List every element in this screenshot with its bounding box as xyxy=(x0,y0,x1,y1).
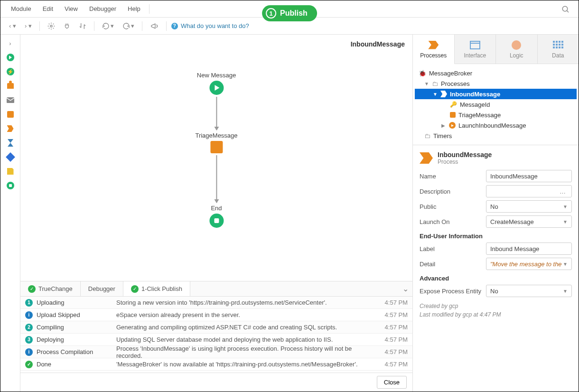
settings-icon[interactable] xyxy=(45,20,58,32)
tree-launch-inbound[interactable]: ▶▸LaunchInboundMessage xyxy=(415,120,577,131)
launch-icon: ▸ xyxy=(449,122,456,129)
log-time: 4:57 PM xyxy=(379,348,408,355)
tree-timers-folder[interactable]: 🗀Timers xyxy=(415,131,577,141)
menu-help[interactable]: Help xyxy=(123,2,145,15)
menu-view[interactable]: View xyxy=(60,2,83,15)
process-canvas[interactable]: InboundMessage New Message TriageMessage… xyxy=(20,35,412,281)
log-step: Upload Skipped xyxy=(37,311,112,318)
publish-log-row[interactable]: 1UploadingStoring a new version into 'ht… xyxy=(20,297,412,309)
close-button[interactable]: Close xyxy=(377,376,407,389)
log-message: eSpace version already present in the se… xyxy=(116,311,375,318)
rail-conditional-start-icon[interactable]: ⚡ xyxy=(6,67,15,76)
redo-button[interactable]: ▾ xyxy=(120,20,137,32)
tree-launch-label: LaunchInboundMessage xyxy=(458,122,526,129)
publish-button[interactable]: 1 Publish xyxy=(262,5,317,21)
rail-start-icon[interactable] xyxy=(6,53,15,62)
megaphone-icon[interactable] xyxy=(147,20,161,32)
help-text: What do you want to do? xyxy=(181,22,249,29)
log-time: 4:57 PM xyxy=(379,361,408,368)
prop-launch-select[interactable]: CreateMessage▼ xyxy=(486,215,572,228)
caret-down-icon: ▼ xyxy=(563,289,568,294)
right-tab-interface[interactable]: Interface xyxy=(455,35,496,64)
prop-desc-input[interactable]: … xyxy=(486,185,572,197)
rail-human-activity-icon[interactable] xyxy=(6,81,15,91)
check-icon: ✓ xyxy=(131,285,139,293)
svg-rect-15 xyxy=(556,47,558,48)
publish-log-row[interactable]: 2CompilingGenerating and compiling optim… xyxy=(20,321,412,334)
rail-execute-process-icon[interactable] xyxy=(6,124,15,133)
folder-icon: 🗀 xyxy=(424,132,430,140)
tree-root[interactable]: 🐞MessageBroker xyxy=(415,68,577,78)
rail-expand-icon[interactable]: › xyxy=(6,38,15,48)
logic-icon xyxy=(511,40,522,50)
tree-message-id-label: MessageId xyxy=(460,101,490,108)
publish-log: 1UploadingStoring a new version into 'ht… xyxy=(20,297,412,373)
publish-step-number: 1 xyxy=(266,8,276,19)
tree-message-id[interactable]: 🔑MessageId xyxy=(415,99,577,110)
right-tab-data[interactable]: Data xyxy=(538,35,579,64)
chevron-down-icon: ▼ xyxy=(424,81,429,86)
svg-rect-9 xyxy=(561,41,563,43)
prop-label-input[interactable]: Inbound Message xyxy=(486,243,572,255)
caret-down-icon: ▼ xyxy=(563,261,568,267)
prop-name-input[interactable]: InboundMessage xyxy=(486,170,572,182)
tab-debugger[interactable]: Debugger xyxy=(81,281,123,296)
rail-email-icon[interactable] xyxy=(6,95,15,105)
rail-decision-icon[interactable] xyxy=(6,152,15,162)
svg-point-0 xyxy=(562,6,568,11)
activity-node[interactable] xyxy=(210,141,223,153)
end-user-section: End-User Information xyxy=(420,233,572,240)
plugin-icon[interactable] xyxy=(61,20,73,32)
rail-comment-icon[interactable] xyxy=(6,167,15,176)
tab-truechange[interactable]: ✓TrueChange xyxy=(20,281,81,296)
publish-log-row[interactable]: iProcess CompilationProcess 'InboundMess… xyxy=(20,346,412,358)
tree-triage-label: TriageMessage xyxy=(458,112,501,119)
log-message: Updating SQL Server database model and d… xyxy=(116,336,375,343)
tab-publish[interactable]: ✓1-Click Publish xyxy=(123,281,190,296)
tree-processes-folder[interactable]: ▼🗀Processes xyxy=(415,78,577,89)
menu-edit[interactable]: Edit xyxy=(38,2,58,15)
prop-detail-select[interactable]: "Move the message to the▼ xyxy=(486,258,572,270)
prop-expose-select[interactable]: No▼ xyxy=(486,285,572,297)
tree-root-label: MessageBroker xyxy=(429,70,472,77)
log-message: 'MessageBroker' is now available at 'htt… xyxy=(116,361,375,368)
nav-forward-button[interactable]: › ▾ xyxy=(22,20,35,31)
undo-button[interactable]: ▾ xyxy=(99,20,117,32)
prop-public-select[interactable]: No▼ xyxy=(486,200,572,213)
tree-processes-label: Processes xyxy=(441,80,470,87)
status-badge: ✓ xyxy=(25,361,33,368)
right-tab-processes[interactable]: Processes xyxy=(413,35,455,64)
panel-collapse-icon[interactable]: ⌄ xyxy=(402,284,409,293)
log-time: 4:57 PM xyxy=(379,336,408,343)
ellipsis-icon[interactable]: … xyxy=(558,188,568,195)
svg-rect-4 xyxy=(470,41,480,49)
right-tab-logic[interactable]: Logic xyxy=(496,35,538,64)
status-badge: i xyxy=(25,311,33,319)
publish-log-row[interactable]: iUpload SkippedeSpace version already pr… xyxy=(20,309,412,321)
swap-icon[interactable] xyxy=(76,20,89,32)
folder-icon: 🗀 xyxy=(432,80,438,87)
log-step: Compiling xyxy=(37,324,112,331)
nav-back-button[interactable]: ‹ ▾ xyxy=(6,20,19,31)
data-icon xyxy=(553,40,563,50)
right-tab-processes-label: Processes xyxy=(420,52,447,59)
start-node[interactable] xyxy=(209,81,224,95)
menu-module[interactable]: Module xyxy=(6,2,36,15)
prop-name-label: Name xyxy=(420,173,486,180)
publish-log-row[interactable]: ✓Done'MessageBroker' is now available at… xyxy=(20,358,412,371)
rail-end-icon[interactable] xyxy=(6,181,15,190)
toolbar-sep-4 xyxy=(166,21,167,31)
tree-inbound-message[interactable]: ▼InboundMessage xyxy=(415,89,577,99)
publish-log-row[interactable]: 3DeployingUpdating SQL Server database m… xyxy=(20,334,412,346)
caret-down-icon: ▼ xyxy=(563,219,568,224)
search-icon[interactable] xyxy=(561,5,570,15)
tree-triage-message[interactable]: TriageMessage xyxy=(415,110,577,120)
end-node[interactable] xyxy=(209,214,224,228)
rail-wait-icon[interactable] xyxy=(6,138,15,148)
menu-debugger[interactable]: Debugger xyxy=(84,2,121,15)
rail-automatic-activity-icon[interactable] xyxy=(6,110,15,119)
publish-label: Publish xyxy=(280,9,308,18)
caret-down-icon: ▼ xyxy=(563,204,568,209)
status-badge: 2 xyxy=(25,324,33,331)
help-link[interactable]: ? What do you want to do? xyxy=(171,22,249,29)
